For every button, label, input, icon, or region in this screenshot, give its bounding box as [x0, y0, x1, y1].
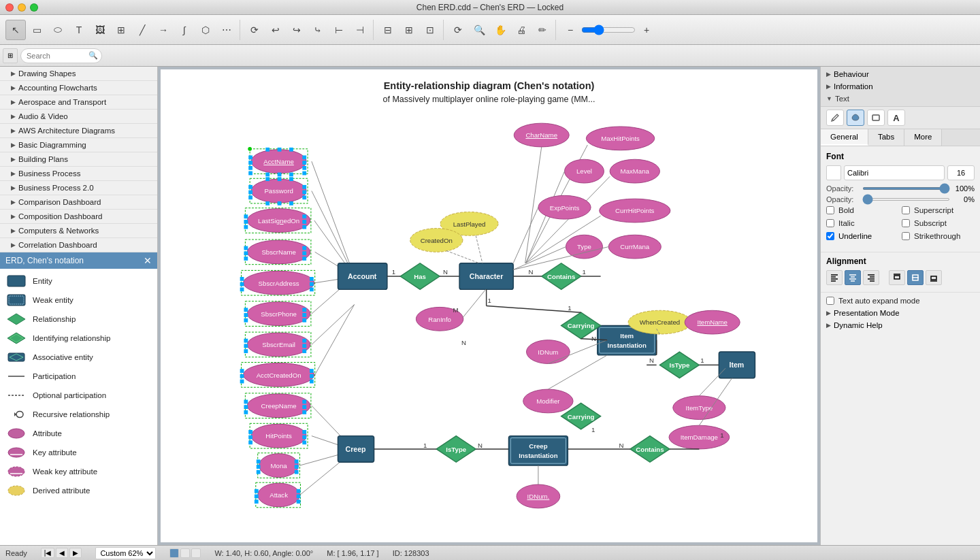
node-item[interactable]: Item	[719, 352, 755, 378]
diagram-canvas[interactable]: Entity-relationship diagram (Chen's nota…	[161, 69, 817, 542]
shape-recursive-relationship[interactable]: Recursive relationship	[0, 405, 157, 424]
text-tool[interactable]: T	[69, 20, 89, 40]
sidebar-item-correlation[interactable]: ▶Correlation Dashboard	[0, 238, 157, 252]
align-middle-btn[interactable]	[907, 270, 924, 285]
node-creername[interactable]: CreepName	[244, 393, 310, 418]
node-sbscrphone[interactable]: SbscrPhone	[244, 301, 310, 327]
align-right-tool[interactable]: ⊣	[350, 20, 370, 40]
erd-section-close[interactable]: ✕	[144, 255, 152, 266]
sidebar-item-business-process-2[interactable]: ▶Business Process 2.0	[0, 181, 157, 195]
align-top-btn[interactable]	[889, 270, 905, 285]
sidebar-item-building[interactable]: ▶Building Plans	[0, 152, 157, 167]
shape-derived-attribute[interactable]: Derived attribute	[0, 481, 157, 500]
table-tool[interactable]: ⊞	[111, 20, 131, 40]
format-fill-btn[interactable]	[847, 110, 864, 126]
sidebar-item-aerospace[interactable]: ▶Aerospace and Transport	[0, 95, 157, 110]
select-tool[interactable]: ↖	[5, 20, 26, 40]
sidebar-item-aws[interactable]: ▶AWS Architecture Diagrams	[0, 124, 157, 138]
node-idnum-creep[interactable]: IDNum.	[517, 484, 560, 508]
refresh-tool[interactable]: ⟳	[448, 20, 468, 40]
bezier-tool[interactable]: ∫	[174, 20, 195, 40]
zoom-select-tool[interactable]: ⊞	[399, 20, 419, 40]
tab-more[interactable]: More	[904, 129, 942, 146]
shape-weak-key-attribute[interactable]: Weak key attribute	[0, 462, 157, 481]
nav-first[interactable]: |◀	[41, 548, 55, 558]
node-acctname[interactable]: AcctName	[248, 147, 308, 176]
zoom-plus[interactable]: +	[636, 20, 657, 40]
subscript-checkbox[interactable]	[902, 219, 910, 227]
superscript-checkbox[interactable]	[902, 206, 910, 214]
node-charname[interactable]: CharName	[514, 123, 569, 147]
node-acctcreatedon[interactable]: AcctCreatedOn	[240, 363, 315, 388]
node-maxmana[interactable]: MaxMana	[610, 159, 659, 183]
node-hitpoints[interactable]: HitPoints	[248, 423, 308, 448]
text-auto-expand-checkbox[interactable]	[826, 297, 834, 305]
page-btn-3[interactable]	[191, 548, 201, 558]
nav-next[interactable]: ▶	[69, 548, 82, 558]
format-border-btn[interactable]	[867, 110, 885, 126]
print-btn[interactable]: 🖨	[511, 20, 532, 40]
shape-optional-participation[interactable]: Optional participation	[0, 386, 157, 405]
strikethrough-checkbox[interactable]	[902, 232, 910, 240]
node-modifier[interactable]: Modifier	[523, 389, 573, 413]
zoom-select[interactable]: Custom 62% 50% 75% 100% 150%	[95, 547, 156, 559]
node-currhitpoints[interactable]: CurrHitPoints	[600, 199, 670, 223]
node-creep-instantiation[interactable]: Creep Instantiation	[508, 436, 568, 465]
window-controls[interactable]	[5, 3, 38, 12]
format-pencil-btn[interactable]	[826, 110, 844, 126]
sidebar-item-accounting[interactable]: ▶Accounting Flowcharts	[0, 81, 157, 95]
shape-attribute[interactable]: Attribute	[0, 424, 157, 443]
node-type[interactable]: Type	[566, 235, 602, 259]
sidebar-item-basic[interactable]: ▶Basic Diagramming	[0, 138, 157, 152]
opacity1-slider[interactable]	[862, 187, 950, 190]
node-creep[interactable]: Creep	[338, 436, 374, 463]
zoom-minus[interactable]: −	[560, 20, 581, 40]
ellipse-tool[interactable]: ⬭	[48, 20, 68, 40]
shape-associative-entity[interactable]: Associative entity	[0, 348, 157, 367]
sidebar-item-business-process[interactable]: ▶Business Process	[0, 167, 157, 181]
node-whencreated[interactable]: WhenCreated	[628, 310, 691, 334]
node-level[interactable]: Level	[565, 159, 604, 183]
node-mona[interactable]: Mona	[257, 453, 300, 478]
node-has[interactable]: Has	[400, 263, 440, 290]
nav-prev[interactable]: ◀	[56, 548, 68, 558]
dynamic-help-item[interactable]: ▶ Dynamic Help	[826, 319, 975, 331]
shape-identifying-relationship[interactable]: Identifying relationship	[0, 329, 157, 348]
format-text-btn[interactable]: A	[887, 110, 905, 126]
arrow-tool[interactable]: →	[153, 20, 174, 40]
node-sbscrname[interactable]: SbscrName	[244, 240, 310, 265]
zoom-in-btn[interactable]: 🔍	[469, 20, 489, 40]
align-center-btn[interactable]	[845, 270, 861, 285]
align-left-tool[interactable]: ⊢	[329, 20, 349, 40]
shape-relationship[interactable]: Relationship	[0, 310, 157, 329]
page-btn-1[interactable]	[169, 548, 179, 558]
tree-behaviour[interactable]: ▶ Behaviour	[821, 68, 980, 80]
sidebar-item-comparison[interactable]: ▶Comparison Dashboard	[0, 195, 157, 210]
grid-view-btn[interactable]: ⊞	[3, 48, 18, 63]
node-character[interactable]: Character	[459, 263, 513, 290]
shape-entity[interactable]: Entity	[0, 271, 157, 291]
shape-weak-entity[interactable]: Weak entity	[0, 291, 157, 310]
rectangle-tool[interactable]: ▭	[27, 20, 47, 40]
canvas-area[interactable]: Entity-relationship diagram (Chen's nota…	[158, 67, 820, 545]
node-contains-right[interactable]: Contains	[542, 263, 581, 290]
minimize-button[interactable]	[18, 3, 26, 12]
back-tool[interactable]: ↩	[265, 20, 286, 40]
node-itemname[interactable]: ItemName	[685, 310, 740, 334]
zoom-slider[interactable]	[581, 24, 636, 35]
pen-btn[interactable]: ✏	[532, 20, 553, 40]
node-exppoints[interactable]: ExpPoints	[538, 195, 591, 219]
opacity2-slider[interactable]	[862, 198, 950, 201]
align-left-btn[interactable]	[826, 270, 843, 285]
node-maxhitpoints[interactable]: MaxHitPoints	[586, 127, 654, 150]
align-right-btn[interactable]	[863, 270, 879, 285]
node-lastsignedon[interactable]: LastSignedOn	[244, 208, 310, 233]
close-button[interactable]	[5, 3, 14, 12]
node-currmana[interactable]: CurrMana	[608, 235, 661, 259]
node-istype-top[interactable]: IsType	[659, 352, 699, 378]
sidebar-item-audio[interactable]: ▶Audio & Video	[0, 110, 157, 124]
line-tool[interactable]: ╱	[132, 20, 152, 40]
node-createdon[interactable]: CreatedOn	[410, 229, 463, 252]
node-istype-bottom[interactable]: IsType	[436, 436, 476, 463]
sidebar-item-composition[interactable]: ▶Composition Dashboard	[0, 210, 157, 224]
